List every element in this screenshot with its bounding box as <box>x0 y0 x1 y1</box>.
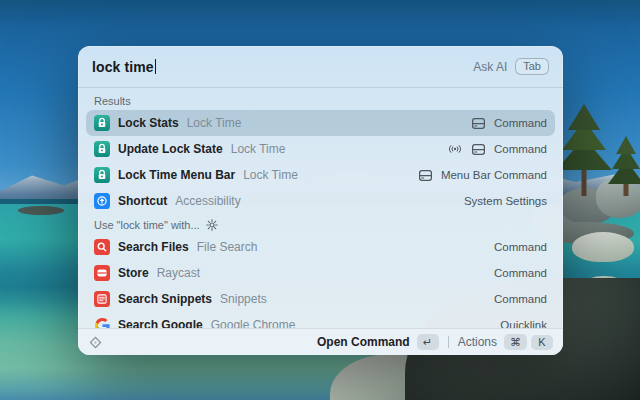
result-subtitle: Snippets <box>220 292 267 306</box>
list-item[interactable]: Search GoogleGoogle ChromeQuicklink <box>86 312 555 328</box>
result-title: Search Snippets <box>118 292 212 306</box>
signal-icon <box>447 143 463 155</box>
text-caret <box>155 59 157 74</box>
lock-icon <box>94 167 110 183</box>
command-type-icon <box>471 117 486 130</box>
wallpaper-shore-rock <box>18 206 64 215</box>
result-type-label: Command <box>494 267 547 279</box>
command-type-icon <box>418 169 433 182</box>
section-header: Results <box>86 90 555 110</box>
list-item[interactable]: StoreRaycastCommand <box>86 260 555 286</box>
result-title: Shortcut <box>118 194 167 208</box>
section-header-label: Use "lock time" with... <box>94 219 200 231</box>
result-subtitle: Lock Time <box>231 142 286 156</box>
k-key-badge[interactable]: K <box>531 335 553 350</box>
result-type-label: Menu Bar Command <box>441 169 547 181</box>
result-type-label: Command <box>494 117 547 129</box>
result-title: Search Google <box>118 318 203 328</box>
enter-key-badge[interactable]: ↵ <box>417 334 439 350</box>
actions-button[interactable]: Actions <box>458 335 497 349</box>
results-list: ResultsLock StatsLock TimeCommandUpdate … <box>78 88 563 328</box>
snippets-icon <box>94 291 110 307</box>
search-input[interactable]: lock time <box>92 59 154 75</box>
desktop-wallpaper: lock time Ask AI Tab ResultsLock StatsLo… <box>0 0 640 400</box>
footer-divider <box>448 336 449 348</box>
result-subtitle: Lock Time <box>243 168 298 182</box>
list-item[interactable]: Update Lock StateLock TimeCommand <box>86 136 555 162</box>
result-subtitle: Raycast <box>157 266 200 280</box>
result-subtitle: Lock Time <box>187 116 242 130</box>
store-icon <box>94 265 110 281</box>
raycast-logo-icon <box>88 335 103 350</box>
result-title: Store <box>118 266 149 280</box>
result-title: Search Files <box>118 240 189 254</box>
result-type-label: Command <box>494 241 547 253</box>
search-bar: lock time Ask AI Tab <box>78 46 563 88</box>
list-item[interactable]: Search FilesFile SearchCommand <box>86 234 555 260</box>
open-command-button[interactable]: Open Command <box>317 335 410 349</box>
result-subtitle: File Search <box>197 240 258 254</box>
result-type-label: Quicklink <box>500 319 547 328</box>
result-subtitle: Accessibility <box>175 194 240 208</box>
tab-key-badge[interactable]: Tab <box>515 58 549 75</box>
footer-bar: Open Command ↵ Actions ⌘ K <box>78 328 563 355</box>
result-type-label: Command <box>494 293 547 305</box>
list-item[interactable]: Search SnippetsSnippetsCommand <box>86 286 555 312</box>
result-type-label: Command <box>494 143 547 155</box>
command-type-icon <box>471 143 486 156</box>
section-header-label: Results <box>94 95 131 107</box>
wallpaper-white-boulder <box>572 232 634 262</box>
list-item[interactable]: Lock StatsLock TimeCommand <box>86 110 555 136</box>
google-icon <box>94 317 110 328</box>
file-search-icon <box>94 239 110 255</box>
result-title: Lock Time Menu Bar <box>118 168 235 182</box>
raycast-window: lock time Ask AI Tab ResultsLock StatsLo… <box>78 46 563 355</box>
lock-icon <box>94 115 110 131</box>
wallpaper-pine-tree <box>608 136 640 196</box>
result-subtitle: Google Chrome <box>211 318 296 328</box>
section-header: Use "lock time" with... <box>86 214 555 234</box>
list-item[interactable]: ShortcutAccessibilitySystem Settings <box>86 188 555 214</box>
list-item[interactable]: Lock Time Menu BarLock TimeMenu Bar Comm… <box>86 162 555 188</box>
cmd-key-badge[interactable]: ⌘ <box>504 334 527 350</box>
wallpaper-pine-tree <box>556 104 612 196</box>
lock-icon <box>94 141 110 157</box>
ask-ai-label[interactable]: Ask AI <box>473 60 507 74</box>
result-title: Lock Stats <box>118 116 179 130</box>
gear-icon[interactable] <box>206 219 218 231</box>
shortcut-icon <box>94 193 110 209</box>
result-type-label: System Settings <box>464 195 547 207</box>
result-title: Update Lock State <box>118 142 223 156</box>
